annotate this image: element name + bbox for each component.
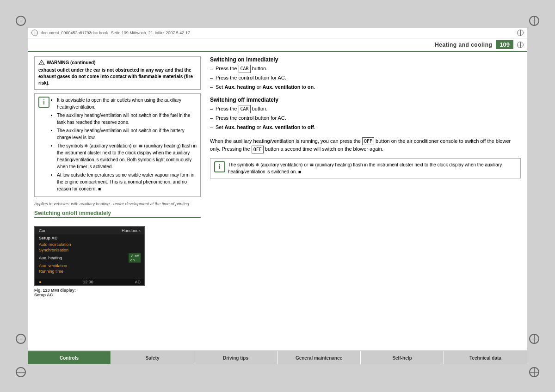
step-off-3: Set Aux. heating or Aux. ventilation to … <box>210 123 521 132</box>
switching-off-steps: Press the CAR button. Press the control … <box>210 105 521 131</box>
note-item-2: The auxiliary heating/ventilation will n… <box>57 112 197 126</box>
mmi-item-0: Auto recirculation <box>39 242 141 247</box>
section-main-heading: Switching on/off immediately <box>34 210 201 218</box>
note-list-left: It is advisable to open the air outlets … <box>52 97 197 192</box>
applies-text: Applies to vehicles: with auxiliary heat… <box>34 202 201 206</box>
nav-item-driving-tips[interactable]: Driving tips <box>194 351 278 364</box>
switching-on-heading: Switching on immediately <box>210 56 521 63</box>
fig-subtitle: Setup AC <box>34 293 53 297</box>
warning-text: exhaust outlet under the car is not obst… <box>38 67 193 86</box>
off-badge-1: OFF <box>362 137 374 145</box>
mmi-check-off: ✓ off <box>130 254 139 258</box>
right-column: Switching on immediately Press the CAR b… <box>210 56 521 346</box>
page-number: 109 <box>496 40 513 49</box>
note-box-right: i The symbols ❄ (auxiliary ventilation) … <box>210 158 521 178</box>
reg-mark-tr <box>527 14 541 28</box>
note-item-5: At low outside temperatures some visible… <box>57 172 197 192</box>
note-icon-right: i <box>214 161 225 172</box>
note-item-1: It is advisable to open the air outlets … <box>57 97 197 110</box>
left-column: ! WARNING (continued) exhaust outlet und… <box>34 56 201 346</box>
step-off-1: Press the CAR button. <box>210 105 521 113</box>
car-badge-on: CAR <box>239 65 251 73</box>
reg-mark-bfr <box>527 365 541 379</box>
nav-item-controls[interactable]: Controls <box>28 351 111 364</box>
nav-item-safety[interactable]: Safety <box>111 351 194 364</box>
nav-item-general-maintenance[interactable]: General maintenance <box>278 351 361 364</box>
note-content-right: The symbols ❄ (auxiliary ventilation) or… <box>228 161 517 175</box>
meta-reg-mark <box>31 30 38 36</box>
warning-body: exhaust outlet under the car is not obst… <box>38 67 197 86</box>
off-badge-2: OFF <box>252 146 264 153</box>
switching-on-section: Switching on immediately Press the CAR b… <box>210 56 521 92</box>
note-item-4: The symbols ❄ (auxiliary ventilation) or… <box>57 142 197 170</box>
note-item-3: The auxiliary heating/ventilation will n… <box>57 127 197 141</box>
mmi-time: 12:00 <box>83 280 93 284</box>
footer-nav: Controls Safety Driving tips General mai… <box>28 350 527 364</box>
mmi-mode: AC <box>135 280 141 284</box>
warning-label: WARNING (continued) <box>47 60 96 65</box>
note-box-left: i It is advisable to open the air outlet… <box>34 93 201 197</box>
page: document_0900452a81793dcc.book Seite 109… <box>28 28 527 364</box>
switching-off-section: Switching off immediately Press the CAR … <box>210 97 521 132</box>
meta-reg-mark-r <box>517 30 524 36</box>
page-header: Heating and cooling 109 <box>28 38 527 52</box>
mmi-item-2-selected: Aux. heating ✓ off on <box>39 253 141 263</box>
content-area: ! WARNING (continued) exhaust outlet und… <box>28 52 527 350</box>
reg-mark-tl <box>14 14 28 28</box>
mmi-selected-label: Aux. heating <box>39 256 62 260</box>
mmi-dot: ● <box>39 280 41 284</box>
mmi-header-left: Car <box>39 228 46 233</box>
mmi-footer: ● 12:00 AC <box>35 279 144 285</box>
meta-pageinfo: Seite 109 Mittwoch, 21. März 2007 5:42 1… <box>111 31 190 35</box>
fig-caption: Fig. 123 MMI display: Setup AC <box>34 288 145 297</box>
mmi-item-3: Aux. ventilation <box>39 263 141 269</box>
fig-title: MMI display: <box>51 288 76 293</box>
meta-bar: document_0900452a81793dcc.book Seite 109… <box>28 28 527 38</box>
warning-header: ! WARNING (continued) <box>38 60 197 65</box>
nav-item-technical-data[interactable]: Technical data <box>444 351 527 364</box>
mmi-item-4: Running time <box>39 269 141 274</box>
fig-num: Fig. 123 <box>34 288 50 293</box>
warning-triangle-icon: ! <box>38 60 45 65</box>
note-content-left: It is advisable to open the air outlets … <box>52 97 197 194</box>
step-off-2: Press the control button for AC. <box>210 114 521 122</box>
mmi-check-on: on <box>130 258 135 262</box>
step-on-1: Press the CAR button. <box>210 65 521 73</box>
switching-off-heading: Switching off immediately <box>210 97 521 103</box>
mmi-container: Car Handbook Setup AC Auto recirculation… <box>34 226 201 297</box>
reg-mark-bl <box>14 332 28 346</box>
nav-item-self-help[interactable]: Self-help <box>361 351 444 364</box>
note-text-right: The symbols ❄ (auxiliary ventilation) or… <box>228 161 517 175</box>
svg-text:!: ! <box>41 61 42 65</box>
mmi-items: Auto recirculation Synchronisation Aux. … <box>35 242 144 274</box>
mmi-check-area: ✓ off on <box>129 253 141 263</box>
mmi-header-right: Handbook <box>122 228 141 233</box>
mmi-item-1: Synchronisation <box>39 247 141 253</box>
switching-on-steps: Press the CAR button. Press the control … <box>210 65 521 91</box>
chapter-title: Heating and cooling <box>435 42 492 48</box>
header-reg-mark <box>517 42 524 48</box>
step-on-2: Press the control button for AC. <box>210 74 521 82</box>
reg-mark-bfl <box>14 365 28 379</box>
warning-box: ! WARNING (continued) exhaust outlet und… <box>34 56 201 90</box>
note-icon-left: i <box>38 97 49 108</box>
mmi-menu-title: Setup AC <box>35 234 144 242</box>
body-text-off: When the auxiliary heating/ventilation i… <box>210 137 521 153</box>
car-badge-off: CAR <box>239 105 251 113</box>
mmi-header: Car Handbook <box>35 227 144 234</box>
mmi-screen: Car Handbook Setup AC Auto recirculation… <box>34 226 145 286</box>
reg-mark-br <box>527 332 541 346</box>
step-on-3: Set Aux. heating or Aux. ventilation to … <box>210 83 521 92</box>
meta-filename: document_0900452a81793dcc.book <box>41 31 108 35</box>
